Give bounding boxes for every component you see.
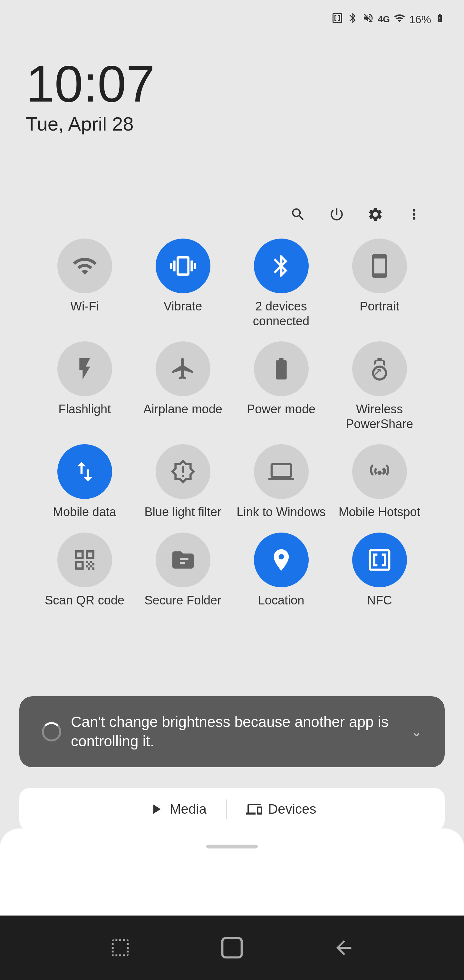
- recent-apps-icon: [109, 937, 132, 959]
- toast-notification: Can't change brightness because another …: [19, 696, 445, 767]
- power-button[interactable]: [326, 203, 348, 226]
- qs-wifi-icon: [57, 239, 112, 293]
- toolbar: [19, 193, 445, 232]
- drag-handle: [206, 845, 258, 848]
- qs-location[interactable]: Location: [235, 533, 327, 608]
- svg-text:↗: ↗: [373, 366, 382, 377]
- battery-charging-icon: [435, 12, 445, 27]
- qs-portrait[interactable]: Portrait: [334, 239, 425, 328]
- qs-bluetooth-icon: [254, 239, 309, 293]
- qs-link-windows[interactable]: Link to Windows: [235, 444, 327, 520]
- more-options-button[interactable]: [403, 203, 425, 226]
- settings-button[interactable]: [364, 203, 387, 226]
- mute-status-icon: [362, 12, 374, 27]
- qs-blue-light-label: Blue light filter: [145, 505, 221, 520]
- qs-secure-folder-label: Secure Folder: [145, 593, 221, 608]
- qs-secure-folder[interactable]: Secure Folder: [137, 533, 229, 608]
- recent-apps-button[interactable]: [107, 935, 133, 961]
- qs-link-windows-label: Link to Windows: [237, 505, 326, 520]
- signal-status-icon: [394, 12, 405, 27]
- devices-label: Devices: [268, 802, 316, 817]
- media-devices-bar: Media Devices: [19, 788, 445, 830]
- qs-airplane-icon: [156, 341, 210, 396]
- media-label: Media: [170, 802, 207, 817]
- qs-airplane-label: Airplane mode: [143, 402, 222, 417]
- qs-bluetooth-label: 2 devices connected: [235, 299, 327, 328]
- qs-flashlight[interactable]: Flashlight: [39, 341, 130, 431]
- home-button[interactable]: [219, 935, 245, 961]
- battery-status-text: 16%: [409, 13, 431, 26]
- qs-scan-qr-icon: [57, 533, 112, 587]
- qs-bluetooth[interactable]: 2 devices connected: [235, 239, 327, 328]
- qs-scan-qr[interactable]: Scan QR code: [39, 533, 130, 608]
- bar-divider: [226, 799, 227, 819]
- qs-scan-qr-label: Scan QR code: [45, 593, 124, 608]
- nav-bar: [0, 916, 464, 980]
- qs-power-mode-label: Power mode: [247, 402, 315, 417]
- qs-power-mode-icon: [254, 341, 309, 396]
- qs-hotspot-label: Mobile Hotspot: [338, 505, 420, 520]
- qs-mobile-data[interactable]: Mobile data: [39, 444, 130, 520]
- svg-rect-1: [222, 938, 242, 958]
- qs-mobile-data-label: Mobile data: [53, 505, 116, 520]
- qs-wireless-share-icon: ↗: [352, 341, 407, 396]
- control-panel: Wi-Fi Vibrate 2 devices connected Portra…: [19, 193, 445, 621]
- bluetooth-status-icon: [347, 12, 359, 27]
- qs-location-label: Location: [258, 593, 305, 608]
- qs-blue-light-icon: [156, 444, 210, 499]
- qs-blue-light[interactable]: Blue light filter: [137, 444, 229, 520]
- devices-button[interactable]: Devices: [246, 801, 316, 817]
- home-icon: [219, 935, 245, 961]
- back-button[interactable]: [331, 935, 357, 961]
- qs-link-windows-icon: [254, 444, 309, 499]
- qs-nfc[interactable]: NFC: [334, 533, 425, 608]
- clock-section: 10:07 Tue, April 28: [26, 58, 155, 135]
- media-button[interactable]: Media: [148, 801, 207, 817]
- qs-vibrate[interactable]: Vibrate: [137, 239, 229, 328]
- status-bar: 4G 16%: [0, 0, 464, 39]
- toast-message: Can't change brightness because another …: [71, 713, 402, 751]
- quick-settings-grid: Wi-Fi Vibrate 2 devices connected Portra…: [19, 232, 445, 621]
- play-icon: [148, 801, 164, 817]
- qs-vibrate-icon: [156, 239, 210, 293]
- back-icon: [332, 937, 355, 959]
- qs-wireless-share-label: Wireless PowerShare: [334, 402, 425, 431]
- qs-hotspot[interactable]: Mobile Hotspot: [334, 444, 425, 520]
- qs-wifi[interactable]: Wi-Fi: [39, 239, 130, 328]
- qs-flashlight-label: Flashlight: [58, 402, 111, 417]
- status-icons: 4G 16%: [332, 12, 445, 27]
- devices-icon: [246, 801, 262, 817]
- qs-nfc-icon: [352, 533, 407, 587]
- qs-flashlight-icon: [57, 341, 112, 396]
- qs-secure-folder-icon: [156, 533, 210, 587]
- qs-nfc-label: NFC: [367, 593, 392, 608]
- clock-time: 10:07: [26, 58, 155, 110]
- toast-chevron-icon: ⌄: [411, 724, 422, 739]
- toast-spinner-icon: [42, 722, 61, 741]
- qs-hotspot-icon: [352, 444, 407, 499]
- qs-airplane[interactable]: Airplane mode: [137, 341, 229, 431]
- qs-portrait-label: Portrait: [360, 299, 399, 314]
- nfc-status-icon: [332, 12, 343, 27]
- qs-power-mode[interactable]: Power mode: [235, 341, 327, 431]
- search-button[interactable]: [287, 203, 309, 226]
- qs-vibrate-label: Vibrate: [164, 299, 202, 314]
- lte-status-icon: 4G: [378, 14, 390, 24]
- qs-wifi-label: Wi-Fi: [70, 299, 99, 314]
- qs-mobile-data-icon: [57, 444, 112, 499]
- qs-portrait-icon: [352, 239, 407, 293]
- clock-date: Tue, April 28: [26, 113, 155, 135]
- qs-wireless-share[interactable]: ↗ Wireless PowerShare: [334, 341, 425, 431]
- qs-location-icon: [254, 533, 309, 587]
